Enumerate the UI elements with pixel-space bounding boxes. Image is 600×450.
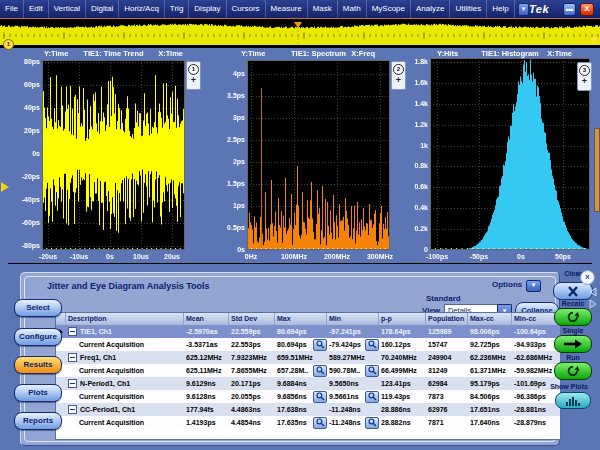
- collapse-row-icon[interactable]: [68, 379, 77, 388]
- magnify-min-button[interactable]: [365, 339, 379, 351]
- run-button[interactable]: [554, 362, 592, 380]
- menu-item-edit[interactable]: Edit: [24, 0, 49, 18]
- magnify-min-button[interactable]: [365, 391, 379, 403]
- x-icon: [565, 286, 581, 297]
- cell-population: 15747: [426, 338, 468, 351]
- options-menu[interactable]: Options: [492, 280, 522, 289]
- nav-button-plots[interactable]: Plots: [14, 384, 62, 402]
- nav-button-select[interactable]: Select: [14, 299, 62, 317]
- cell-std: 7.8655MHz: [229, 364, 275, 377]
- cell-mean: 1.4193ps: [184, 416, 229, 429]
- menu-overflow-button[interactable]: ▼: [518, 3, 529, 16]
- collapse-row-icon[interactable]: [68, 327, 77, 336]
- plot-2-canvas[interactable]: [247, 60, 390, 250]
- recalc-button[interactable]: [554, 308, 592, 326]
- page-next-icon[interactable]: [588, 299, 598, 309]
- close-window-button[interactable]: X: [580, 3, 594, 16]
- menu-item-math[interactable]: Math: [338, 0, 367, 18]
- table-row[interactable]: Current Acquisition9.6128ns20.055ps9.685…: [56, 390, 560, 403]
- cell-mean: 9.6129ns: [184, 377, 229, 390]
- single-button[interactable]: [554, 335, 592, 353]
- showplots-button[interactable]: [555, 392, 591, 409]
- cell-description: Current Acquisition: [66, 364, 184, 377]
- plot-3-x-tick: -50ps: [459, 253, 499, 260]
- menu-item-cursors[interactable]: Cursors: [227, 0, 266, 18]
- options-dropdown-icon[interactable]: ▼: [526, 280, 541, 292]
- panel-close-button[interactable]: x: [580, 270, 595, 285]
- cell-mincc: -59.982MHz: [512, 364, 558, 377]
- nav-button-reports[interactable]: Reports: [14, 412, 62, 430]
- cell-description: Freq1, Ch1: [66, 351, 184, 364]
- cell-max: 657.28M..: [275, 364, 327, 377]
- menu-bar: FileEditVerticalDigitalHoriz/AcqTrigDisp…: [0, 0, 600, 18]
- cell-population: 249904: [426, 351, 468, 364]
- cell-maxcc: 95.179ps: [468, 377, 512, 390]
- plot-3-canvas[interactable]: [430, 58, 590, 250]
- plot-3-number-badge-icon[interactable]: 3: [579, 65, 590, 76]
- magnify-max-button[interactable]: [313, 339, 327, 351]
- menu-item-horizacq[interactable]: Horiz/Acq: [119, 0, 165, 18]
- cell-description: Current Acquisition: [66, 416, 184, 429]
- plot-1-canvas[interactable]: [42, 60, 185, 250]
- cell-min: 9.5650ns: [327, 377, 379, 390]
- table-row[interactable]: CC-Period1, Ch1177.94fs4.4863ns17.638ns-…: [56, 403, 560, 416]
- table-row[interactable]: Current Acquisition-3.5371as22.553ps80.6…: [56, 338, 560, 351]
- plots-baseline: [8, 263, 592, 264]
- cell-mean: 9.6128ns: [184, 390, 229, 403]
- cell-population: 7873: [426, 390, 468, 403]
- menu-item-myscope[interactable]: MyScope: [367, 0, 411, 18]
- plot-2-title: TIE1: Spectrum: [291, 49, 346, 58]
- plot-3-zoom-button[interactable]: +: [578, 76, 591, 87]
- menu-item-display[interactable]: Display: [189, 0, 226, 18]
- table-row[interactable]: TIE1, Ch1-2.5970as22.559ps80.694ps-97.24…: [56, 325, 560, 338]
- cell-max: 80.694ps: [275, 338, 327, 351]
- menu-item-analyze[interactable]: Analyze: [411, 0, 450, 18]
- cell-maxcc: 61.371MHz: [468, 364, 512, 377]
- menu-item-mask[interactable]: Mask: [308, 0, 338, 18]
- cell-mincc: -96.386ps: [512, 390, 558, 403]
- plot-3-y-tick: 0.4k: [2, 204, 428, 211]
- cell-description: CC-Period1, Ch1: [66, 403, 184, 416]
- cell-max: 9.6884ns: [275, 377, 327, 390]
- plot-3-y-tick: 0.2k: [2, 225, 428, 232]
- cell-std: 4.4863ns: [229, 403, 275, 416]
- cell-mean: 625.11MHz: [184, 364, 229, 377]
- minimize-button[interactable]: ▬: [563, 3, 576, 16]
- table-row[interactable]: Current Acquisition625.11MHz7.8655MHz657…: [56, 364, 560, 377]
- nav-button-results[interactable]: Results: [14, 356, 62, 374]
- table-row[interactable]: Current Acquisition1.4193ps4.4854ns17.63…: [56, 416, 560, 429]
- plot-3-x-tick: -100ps: [417, 253, 457, 260]
- menu-item-trig[interactable]: Trig: [165, 0, 189, 18]
- panel-title: Jitter and Eye Diagram Analysis Tools: [47, 281, 210, 291]
- magnify-min-button[interactable]: [365, 365, 379, 377]
- menu-item-vertical[interactable]: Vertical: [49, 0, 86, 18]
- plot-2-number-badge-icon[interactable]: 2: [393, 64, 404, 75]
- magnify-max-button[interactable]: [313, 417, 327, 429]
- column-header-mincc: Min-cc: [512, 313, 558, 325]
- menu-item-measure[interactable]: Measure: [266, 0, 308, 18]
- magnify-min-button[interactable]: [365, 417, 379, 429]
- cell-std: 22.559ps: [229, 325, 275, 338]
- column-header-maxcc: Max-cc: [468, 313, 512, 325]
- cell-std: 20.171ps: [229, 377, 275, 390]
- cell-max: 17.635ns: [275, 416, 327, 429]
- menu-item-file[interactable]: File: [0, 0, 24, 18]
- collapse-row-icon[interactable]: [68, 353, 77, 362]
- cell-mincc: -28.881ns: [512, 403, 558, 416]
- trigger-position-icon[interactable]: [294, 22, 302, 28]
- table-row[interactable]: Freq1, Ch1625.12MHz7.9323MHz659.51MHz589…: [56, 351, 560, 364]
- table-row[interactable]: N-Period1, Ch19.6129ns20.171ps9.6884ns9.…: [56, 377, 560, 390]
- collapse-row-icon[interactable]: [68, 405, 77, 414]
- magnify-max-button[interactable]: [313, 391, 327, 403]
- menu-item-digital[interactable]: Digital: [86, 0, 119, 18]
- cell-pp: 28.886ns: [379, 403, 426, 416]
- plot-1-x-tick: 20us: [152, 253, 192, 260]
- control-label-showplots: Show Plots: [544, 383, 594, 390]
- cell-min: 589.27MHz: [327, 351, 379, 364]
- magnify-max-button[interactable]: [313, 365, 327, 377]
- nav-button-configure[interactable]: Configure: [14, 328, 62, 346]
- page-prev-icon[interactable]: [588, 287, 598, 297]
- menu-item-utilities[interactable]: Utilities: [450, 0, 487, 18]
- menu-item-help[interactable]: Help: [487, 0, 514, 18]
- plot-2-x-tick: 100MHz: [274, 253, 314, 260]
